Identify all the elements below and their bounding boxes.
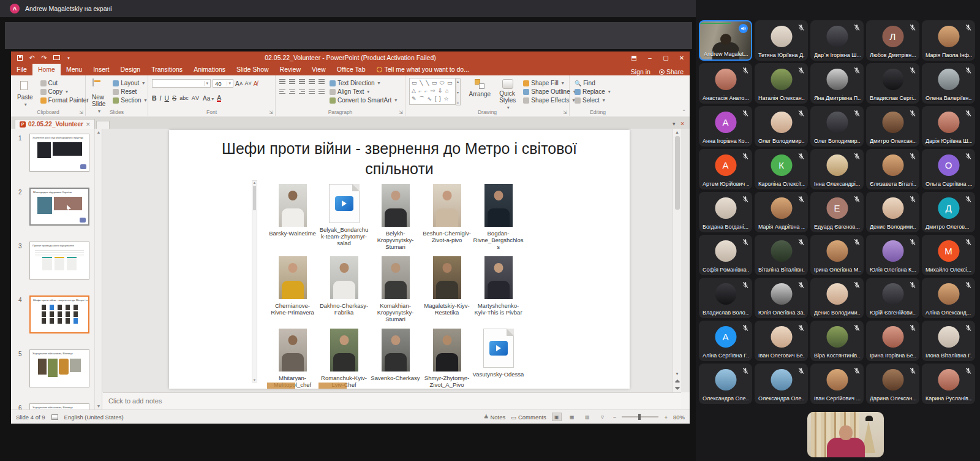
undo-icon[interactable]: ↶ (28, 54, 36, 61)
thumbnail-scrollbar[interactable]: ▲▼ (94, 129, 102, 410)
arrange-button[interactable]: Arrange (467, 78, 494, 99)
select-button[interactable]: Select▾ (573, 96, 612, 104)
participant-tile[interactable]: ААліна Сергіївна Г... (699, 321, 752, 361)
ribbon-display-options-button[interactable]: ⬒ (626, 51, 642, 64)
zoom-level[interactable]: 80% (673, 414, 685, 421)
participant-tile[interactable]: Юлія Олегівна К... (866, 235, 919, 275)
tab-bar-menu-caret[interactable]: ▾ (673, 121, 676, 127)
reading-view-button[interactable]: ▥ (582, 413, 592, 421)
participant-tile[interactable]: Тетяна Юріївна Д... (755, 20, 808, 61)
slide-photo[interactable]: Barsky-Wainetime (267, 184, 318, 250)
tab-insert[interactable]: Insert (88, 64, 115, 75)
strikethrough-button[interactable]: S (172, 94, 176, 102)
save-icon[interactable] (16, 54, 23, 61)
participant-tile[interactable]: Яна Дмитрівна П... (810, 63, 864, 104)
character-spacing-button[interactable]: AV (192, 95, 200, 101)
slide-thumbnail-5[interactable]: 5Харчування військових, Вінниця (11, 349, 102, 398)
tab-design[interactable]: Design (115, 64, 146, 75)
text-direction-button[interactable]: Text Direction▾ (328, 79, 398, 87)
slide-sorter-view-button[interactable]: ▦ (567, 413, 577, 421)
slide-thumbnail-2[interactable]: 2Міжнародна підтримка України (11, 188, 102, 237)
tab-file[interactable]: File (11, 64, 32, 75)
tab-bar-close[interactable]: ✕ (680, 121, 685, 127)
slide-photo[interactable]: Savenko-Cherkasy (370, 329, 421, 388)
maximize-button[interactable]: ▢ (658, 51, 674, 64)
justify-icon[interactable] (309, 90, 315, 94)
participant-tile[interactable]: Богдана Богдані... (699, 192, 752, 232)
proofing-icon[interactable] (51, 414, 58, 420)
participant-tile[interactable]: Єлизавета Віталі... (866, 149, 919, 189)
participant-tile[interactable]: Олена Валеріївн... (922, 63, 975, 104)
slide-video-file[interactable]: Belyak_Bondarchuk-team-Zhytomyr-salad (318, 184, 369, 250)
collapse-ribbon-button[interactable]: ⌃ (682, 109, 686, 115)
participant-tile[interactable]: Дарія Юріївна Ш... (922, 106, 975, 147)
drawing-dialog-launcher[interactable]: ⇲ (563, 110, 567, 115)
zoom-slider[interactable] (622, 416, 658, 417)
tab-menu[interactable]: Menu (61, 64, 88, 75)
participant-tile[interactable]: ААнна Ігорівна Ко... (699, 106, 752, 147)
slide-thumbnail-4[interactable]: 4Шефи проти війни - звернення до Метро і… (11, 295, 102, 345)
slide-photo[interactable]: Komakhian-Kropyvnytsky-Stumari (370, 256, 421, 322)
participant-tile[interactable]: Марія Андріївна ... (755, 192, 808, 232)
slide-photo[interactable]: Beshun-Chernigiv-Zivot-a-pivo (421, 184, 472, 250)
columns-icon[interactable] (318, 90, 325, 94)
underline-button[interactable]: U (165, 94, 170, 102)
participant-tile[interactable]: Денис Володими... (810, 278, 864, 318)
bold-button[interactable]: B (152, 94, 157, 102)
participant-tile[interactable]: Віталіна Віталіївн... (755, 235, 808, 275)
layout-button[interactable]: Layout▾ (111, 79, 148, 87)
slide-photo[interactable]: Romanchuk-Kyiv-Lviv-Chef (318, 329, 369, 388)
slide-thumbnail-3[interactable]: 3Проект громадського харчування (11, 242, 102, 291)
participant-tile[interactable]: Олександра Оле... (755, 364, 808, 404)
slide-photo[interactable]: Belykh-Kropyvnytsky-Stumari (370, 184, 421, 250)
slide-photo[interactable]: Bogdan-Rivne_Bergshchloss (473, 184, 524, 250)
slide-thumbnail-6[interactable]: 6Харчування військових, Вінниця (11, 403, 102, 410)
scrollbar-thumb[interactable] (675, 136, 680, 210)
tab-view[interactable]: View (306, 64, 331, 75)
redo-icon[interactable]: ↷ (40, 54, 48, 61)
comments-toggle[interactable]: ▭ Comments (511, 414, 546, 421)
participant-tile[interactable]: ААртем Юрійович ... (699, 149, 752, 189)
participant-tile[interactable]: ДДмитро Олегов... (922, 192, 975, 232)
participant-tile[interactable]: Іван Сергійович ... (810, 364, 864, 404)
ppt-titlebar[interactable]: ↶ ↷ ▾ 02.05.22_Volunteer - PowerPoint (P… (11, 51, 690, 64)
notes-toggle[interactable]: ≜ Notes (484, 414, 505, 421)
section-button[interactable]: Section▾ (111, 96, 148, 104)
line-spacing-icon[interactable] (318, 79, 325, 84)
shape-gallery[interactable]: ▭ ╲ ╲ ▭ ⬭ ▭ △ ⌐ ⌐ ⇨ ⇩ ⌂ ✎ ⌒ ∿ { } ☆ ▴▾≡ (409, 78, 456, 105)
close-button[interactable]: ✕ (674, 51, 690, 64)
tab-review[interactable]: Review (274, 64, 306, 75)
shape-fill-button[interactable]: Shape Fill▾ (522, 79, 576, 87)
participant-tile[interactable]: Юрій Євгенійови... (866, 278, 919, 318)
slide-photo[interactable]: Dakhno-Cherkasy-Fabrika (318, 256, 369, 322)
current-slide[interactable]: Шефи проти війни - звернення до Метро і … (169, 130, 630, 389)
participant-tile[interactable]: ЕЕдуард Євгенов... (810, 192, 864, 232)
participant-tile[interactable]: Олег Володимир... (810, 106, 864, 147)
participant-tile[interactable]: Софія Романівна ... (699, 235, 752, 275)
qat-customize-icon[interactable]: ▾ (65, 54, 72, 61)
language-indicator[interactable]: English (United States) (64, 414, 124, 421)
align-right-icon[interactable] (299, 90, 305, 94)
normal-view-button[interactable]: ▣ (552, 413, 562, 421)
font-size-combo[interactable]: 40▾ (213, 79, 233, 88)
clipboard-dialog-launcher[interactable]: ⇲ (79, 110, 83, 115)
quick-styles-button[interactable]: Quick Styles▾ (497, 78, 518, 112)
start-slideshow-icon[interactable] (53, 54, 60, 61)
cut-button[interactable]: Cut (39, 79, 90, 87)
participant-tile[interactable]: Інна Олександрі... (810, 149, 864, 189)
new-tab-stub[interactable] (96, 121, 110, 129)
tab-close-icon[interactable]: ✕ (86, 121, 91, 128)
increase-indent-icon[interactable] (309, 79, 315, 84)
participant-tile[interactable]: Andrew Magalet... (699, 20, 752, 61)
participant-tile[interactable]: Наталія Олексан... (755, 63, 808, 104)
shrink-font-button[interactable]: A˅ (245, 80, 252, 86)
clear-formatting-button[interactable]: A̸ (254, 80, 258, 87)
tab-home[interactable]: Home (32, 64, 61, 75)
shape-outline-button[interactable]: Shape Outline▾ (522, 88, 576, 96)
zoom-in-button[interactable]: + (664, 414, 668, 421)
zoom-out-button[interactable]: − (613, 414, 617, 421)
participant-tile[interactable]: Карина Русланів... (922, 364, 975, 404)
sign-in-link[interactable]: Sign in (631, 68, 650, 75)
align-text-button[interactable]: Align Text▾ (328, 88, 398, 96)
tab-office-tab[interactable]: Office Tab (331, 64, 371, 75)
